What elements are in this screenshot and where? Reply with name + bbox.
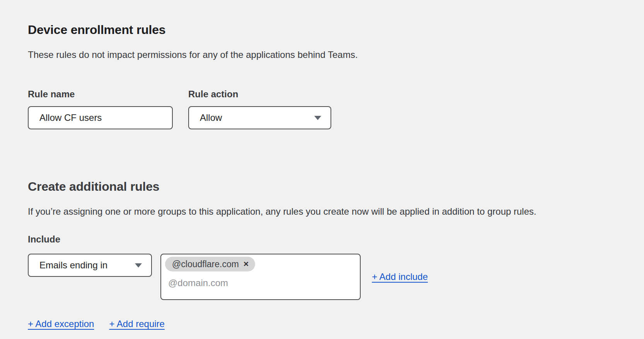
add-include-link[interactable]: + Add include [372, 254, 428, 300]
add-require-link[interactable]: + Add require [109, 319, 164, 329]
rule-action-label: Rule action [188, 88, 331, 100]
include-rule-row: Emails ending in @cloudflare.com ✕ + Add… [28, 254, 616, 300]
device-enrollment-page: Device enrollment rules These rules do n… [0, 0, 644, 329]
rule-action-selected-value: Allow [200, 112, 222, 123]
rule-name-label: Rule name [28, 88, 173, 100]
add-exception-link[interactable]: + Add exception [28, 319, 94, 329]
device-rules-description: These rules do not impact permissions fo… [28, 49, 616, 61]
page-title: Device enrollment rules [28, 0, 616, 37]
rule-action-group: Rule action Allow [188, 88, 331, 129]
email-domain-tag-label: @cloudflare.com [172, 259, 239, 270]
rule-action-select[interactable]: Allow [188, 106, 331, 129]
rule-name-group: Rule name [28, 88, 173, 129]
email-domain-tag: @cloudflare.com ✕ [165, 257, 255, 271]
include-selector-selected-value: Emails ending in [39, 260, 107, 271]
rule-name-input[interactable] [28, 106, 173, 129]
additional-rules-description: If you’re assigning one or more groups t… [28, 205, 616, 217]
chevron-down-icon [135, 263, 142, 268]
bottom-links-row: + Add exception + Add require [28, 319, 616, 329]
include-selector-select[interactable]: Emails ending in [28, 254, 152, 277]
rule-form-row: Rule name Rule action Allow [28, 88, 616, 129]
email-domain-entry-input[interactable] [165, 277, 339, 289]
include-label: Include [28, 233, 616, 245]
chevron-down-icon [314, 116, 321, 120]
additional-rules-title: Create additional rules [28, 179, 616, 194]
include-value-tag-input[interactable]: @cloudflare.com ✕ [160, 254, 361, 300]
close-icon[interactable]: ✕ [243, 261, 249, 268]
